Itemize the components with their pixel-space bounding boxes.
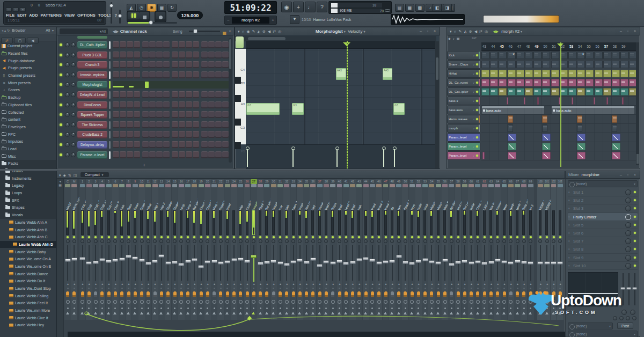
playlist-track-header[interactable]: DL_Co..ruent♪: [447, 78, 480, 87]
strip-route-arrow[interactable]: [330, 311, 336, 317]
strip-fx-icon[interactable]: [551, 290, 557, 299]
playlist-clip[interactable]: [542, 115, 547, 123]
fader-handle[interactable]: [290, 260, 296, 263]
playlist-clip[interactable]: bass auto: [552, 106, 634, 114]
extra-toggle-0-icon[interactable]: ◧: [433, 4, 442, 12]
strip-fx-icon[interactable]: [198, 290, 204, 299]
mixer-strip[interactable]: 50Attack 3◂▸: [402, 179, 408, 320]
step-cell[interactable]: [120, 52, 126, 58]
playlist-clip[interactable]: [612, 52, 620, 59]
slide-tool-icon[interactable]: [236, 36, 244, 48]
fader-handle[interactable]: [317, 264, 323, 267]
step-cell[interactable]: [134, 121, 140, 128]
window-toggle-1-icon[interactable]: ▦: [405, 4, 414, 12]
mixer-strip[interactable]: 64tommys◂▸: [494, 179, 501, 320]
step-cell[interactable]: [127, 101, 133, 108]
strip-route-arrow[interactable]: [544, 311, 550, 317]
channel-volume-knob[interactable]: [71, 102, 76, 107]
strip-route-arrow[interactable]: [551, 311, 557, 317]
playlist-clip[interactable]: [542, 70, 550, 77]
fader-handle[interactable]: [495, 259, 501, 262]
strip-arm-button[interactable]: [356, 299, 362, 306]
send-knob-3[interactable]: [626, 316, 630, 320]
playlist-track-header[interactable]: bass 3♪: [447, 97, 480, 105]
strip-fx-icon[interactable]: [277, 290, 283, 299]
strip-led[interactable]: [204, 236, 211, 239]
strip-fader[interactable]: [415, 244, 422, 282]
strip-fader[interactable]: [343, 244, 349, 282]
fader-handle[interactable]: [409, 262, 415, 265]
browser-item[interactable]: ◀Plugin database: [0, 57, 56, 64]
browser-item[interactable]: Instruments: [0, 174, 56, 182]
step-cell[interactable]: [215, 151, 222, 158]
strip-arm-button[interactable]: [119, 299, 125, 306]
track-led[interactable]: [476, 145, 478, 148]
browser-item[interactable]: FPC: [0, 130, 56, 138]
step-cell[interactable]: [208, 151, 215, 158]
strip-fx-icon[interactable]: [528, 290, 534, 299]
fader-handle[interactable]: [323, 260, 329, 263]
strip-fx-icon[interactable]: [448, 290, 455, 299]
mixer-strip[interactable]: 62LSD ace◂▸: [481, 179, 488, 320]
strip-route-arrow[interactable]: [474, 311, 481, 317]
close-icon[interactable]: ×: [632, 28, 638, 33]
close-icon[interactable]: ×: [432, 28, 437, 33]
step-cell[interactable]: [215, 111, 222, 118]
strip-arm-button[interactable]: [99, 299, 105, 306]
step-cell[interactable]: [127, 71, 133, 78]
strip-route-arrow[interactable]: [231, 311, 237, 317]
step-cell[interactable]: [222, 151, 229, 158]
pan-knob[interactable]: [630, 310, 635, 315]
strip-fx-icon[interactable]: [138, 290, 145, 299]
step-cell[interactable]: [222, 131, 229, 138]
step-cell[interactable]: [201, 71, 208, 78]
strip-pan-knob[interactable]: [317, 239, 323, 244]
strip-led[interactable]: [428, 236, 435, 239]
fx-slot-led[interactable]: [634, 257, 636, 259]
mixer-strip[interactable]: 54Melody A◂▸: [428, 179, 435, 320]
step-cell[interactable]: [149, 101, 156, 108]
playlist-clip[interactable]: [507, 97, 508, 105]
channel-mute-led[interactable]: [60, 133, 62, 136]
strip-pan-knob[interactable]: [191, 239, 197, 244]
step-cell[interactable]: [149, 61, 156, 68]
fader-handle[interactable]: [238, 258, 244, 261]
strip-led[interactable]: [389, 236, 396, 239]
strip-fx-icon[interactable]: [330, 290, 336, 299]
strip-led[interactable]: [119, 236, 125, 239]
strip-arm-button[interactable]: [303, 299, 310, 306]
step-cell[interactable]: [208, 141, 215, 148]
strip-fx-icon[interactable]: [396, 290, 402, 299]
strip-fx-icon[interactable]: [211, 290, 217, 299]
step-cell[interactable]: [222, 111, 229, 118]
playlist-track-lane[interactable]: [481, 60, 638, 69]
track-led[interactable]: [476, 109, 478, 111]
fader-handle[interactable]: [396, 255, 402, 258]
mixer-strip[interactable]: CMAST..ACK◂▸: [64, 179, 71, 320]
strip-arm-button[interactable]: [198, 299, 204, 306]
playlist-clip[interactable]: K.: [577, 52, 585, 59]
strip-fader[interactable]: [376, 244, 382, 282]
strip-fader[interactable]: [132, 244, 138, 282]
playlist-mode-0-icon[interactable]: ◆: [448, 37, 451, 40]
strip-route-arrow[interactable]: [310, 311, 316, 317]
fx-slot[interactable]: Slot 9: [568, 254, 638, 262]
send-knob-2[interactable]: [619, 316, 624, 320]
channel-pan-knob[interactable]: [65, 102, 70, 107]
step-cell[interactable]: [186, 52, 192, 58]
step-cell[interactable]: [193, 131, 199, 138]
playlist-clip[interactable]: [572, 97, 573, 105]
step-cell[interactable]: [156, 52, 163, 58]
browser-item[interactable]: Legacy: [0, 182, 56, 189]
eq-band-slider-2[interactable]: [626, 272, 631, 306]
channel-button[interactable]: Parame..n level: [77, 151, 107, 159]
strip-fader[interactable]: [349, 244, 356, 282]
strip-led[interactable]: [349, 236, 356, 239]
playlist-track-header[interactable]: morph♪: [447, 124, 480, 133]
browser-filter[interactable]: All ▾: [46, 27, 55, 34]
fader-handle[interactable]: [336, 260, 342, 263]
strip-fx-icon[interactable]: [349, 290, 356, 299]
fx-slot-knob[interactable]: [625, 238, 631, 244]
mixer-strip[interactable]: 1STR..STLD◂▸: [79, 179, 86, 320]
strip-arm-button[interactable]: [217, 299, 224, 306]
